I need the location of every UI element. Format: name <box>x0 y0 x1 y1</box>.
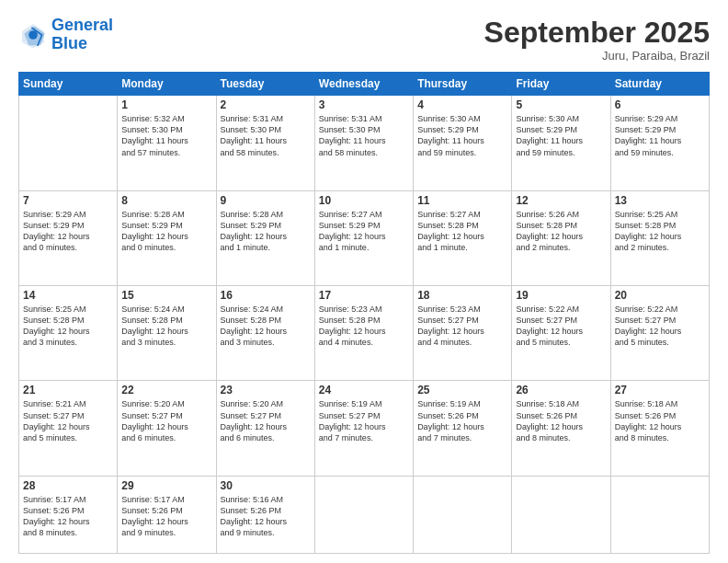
month-title: September 2025 <box>484 17 710 49</box>
cell-info: Sunrise: 5:23 AM Sunset: 5:27 PM Dayligh… <box>417 304 507 349</box>
day-number: 27 <box>615 384 705 396</box>
cell-info: Sunrise: 5:20 AM Sunset: 5:27 PM Dayligh… <box>221 398 311 443</box>
cell-info: Sunrise: 5:22 AM Sunset: 5:27 PM Dayligh… <box>516 304 606 349</box>
day-number: 24 <box>319 384 409 396</box>
cell-info: Sunrise: 5:22 AM Sunset: 5:27 PM Dayligh… <box>615 304 705 349</box>
calendar-cell: 19Sunrise: 5:22 AM Sunset: 5:27 PM Dayli… <box>512 286 610 381</box>
cell-info: Sunrise: 5:27 AM Sunset: 5:29 PM Dayligh… <box>319 209 409 254</box>
cell-info: Sunrise: 5:18 AM Sunset: 5:26 PM Dayligh… <box>615 398 705 443</box>
calendar-cell: 3Sunrise: 5:31 AM Sunset: 5:30 PM Daylig… <box>314 96 413 190</box>
day-number: 3 <box>319 98 409 111</box>
cell-info: Sunrise: 5:19 AM Sunset: 5:27 PM Dayligh… <box>319 398 409 443</box>
cell-info: Sunrise: 5:26 AM Sunset: 5:28 PM Dayligh… <box>516 209 606 254</box>
calendar-cell: 26Sunrise: 5:18 AM Sunset: 5:26 PM Dayli… <box>512 381 610 476</box>
day-number: 15 <box>121 289 211 302</box>
calendar-cell: 21Sunrise: 5:21 AM Sunset: 5:27 PM Dayli… <box>19 381 118 476</box>
day-number: 17 <box>319 289 409 302</box>
weekday-header: Tuesday <box>216 73 314 96</box>
day-number: 6 <box>615 98 705 111</box>
calendar-cell: 2Sunrise: 5:31 AM Sunset: 5:30 PM Daylig… <box>216 96 314 190</box>
day-number: 13 <box>615 194 705 207</box>
day-number: 9 <box>221 194 311 207</box>
day-number: 21 <box>23 384 113 396</box>
svg-point-2 <box>28 30 38 40</box>
calendar-header-row: SundayMondayTuesdayWednesdayThursdayFrid… <box>19 73 710 96</box>
weekday-header: Wednesday <box>314 73 413 96</box>
calendar-cell: 25Sunrise: 5:19 AM Sunset: 5:26 PM Dayli… <box>414 381 512 476</box>
day-number: 28 <box>23 479 113 492</box>
calendar-cell: 16Sunrise: 5:24 AM Sunset: 5:28 PM Dayli… <box>216 286 314 381</box>
day-number: 26 <box>516 384 606 396</box>
day-number: 19 <box>516 289 606 302</box>
calendar-week-row: 1Sunrise: 5:32 AM Sunset: 5:30 PM Daylig… <box>19 96 710 190</box>
calendar-cell: 6Sunrise: 5:29 AM Sunset: 5:29 PM Daylig… <box>610 96 709 190</box>
calendar-cell: 1Sunrise: 5:32 AM Sunset: 5:30 PM Daylig… <box>118 96 216 190</box>
cell-info: Sunrise: 5:20 AM Sunset: 5:27 PM Dayligh… <box>121 398 211 443</box>
day-number: 22 <box>121 384 211 396</box>
day-number: 16 <box>221 289 311 302</box>
day-number: 5 <box>516 98 606 111</box>
calendar-cell: 27Sunrise: 5:18 AM Sunset: 5:26 PM Dayli… <box>610 381 709 476</box>
calendar-cell <box>512 476 610 553</box>
day-number: 10 <box>319 194 409 207</box>
day-number: 12 <box>516 194 606 207</box>
cell-info: Sunrise: 5:17 AM Sunset: 5:26 PM Dayligh… <box>23 494 113 539</box>
cell-info: Sunrise: 5:30 AM Sunset: 5:29 PM Dayligh… <box>516 113 606 158</box>
calendar-cell: 28Sunrise: 5:17 AM Sunset: 5:26 PM Dayli… <box>19 476 118 553</box>
calendar-week-row: 7Sunrise: 5:29 AM Sunset: 5:29 PM Daylig… <box>19 190 710 285</box>
calendar-cell: 23Sunrise: 5:20 AM Sunset: 5:27 PM Dayli… <box>216 381 314 476</box>
calendar: SundayMondayTuesdayWednesdayThursdayFrid… <box>18 72 710 554</box>
day-number: 7 <box>23 194 113 207</box>
cell-info: Sunrise: 5:32 AM Sunset: 5:30 PM Dayligh… <box>121 113 211 158</box>
calendar-cell: 18Sunrise: 5:23 AM Sunset: 5:27 PM Dayli… <box>414 286 512 381</box>
cell-info: Sunrise: 5:27 AM Sunset: 5:28 PM Dayligh… <box>417 209 507 254</box>
calendar-cell: 30Sunrise: 5:16 AM Sunset: 5:26 PM Dayli… <box>216 476 314 553</box>
cell-info: Sunrise: 5:25 AM Sunset: 5:28 PM Dayligh… <box>23 304 113 349</box>
logo-icon <box>18 20 48 50</box>
cell-info: Sunrise: 5:29 AM Sunset: 5:29 PM Dayligh… <box>615 113 705 158</box>
calendar-cell: 5Sunrise: 5:30 AM Sunset: 5:29 PM Daylig… <box>512 96 610 190</box>
day-number: 4 <box>417 98 507 111</box>
day-number: 23 <box>221 384 311 396</box>
day-number: 11 <box>417 194 507 207</box>
logo: General Blue <box>18 17 113 53</box>
cell-info: Sunrise: 5:19 AM Sunset: 5:26 PM Dayligh… <box>417 398 507 443</box>
day-number: 8 <box>121 194 211 207</box>
calendar-cell <box>610 476 709 553</box>
day-number: 20 <box>615 289 705 302</box>
calendar-cell: 10Sunrise: 5:27 AM Sunset: 5:29 PM Dayli… <box>314 190 413 285</box>
cell-info: Sunrise: 5:30 AM Sunset: 5:29 PM Dayligh… <box>417 113 507 158</box>
cell-info: Sunrise: 5:23 AM Sunset: 5:28 PM Dayligh… <box>319 304 409 349</box>
calendar-cell: 14Sunrise: 5:25 AM Sunset: 5:28 PM Dayli… <box>19 286 118 381</box>
calendar-cell: 12Sunrise: 5:26 AM Sunset: 5:28 PM Dayli… <box>512 190 610 285</box>
cell-info: Sunrise: 5:29 AM Sunset: 5:29 PM Dayligh… <box>23 209 113 254</box>
weekday-header: Sunday <box>19 73 118 96</box>
calendar-cell: 13Sunrise: 5:25 AM Sunset: 5:28 PM Dayli… <box>610 190 709 285</box>
calendar-cell: 17Sunrise: 5:23 AM Sunset: 5:28 PM Dayli… <box>314 286 413 381</box>
day-number: 25 <box>417 384 507 396</box>
cell-info: Sunrise: 5:21 AM Sunset: 5:27 PM Dayligh… <box>23 398 113 443</box>
day-number: 30 <box>221 479 311 492</box>
calendar-week-row: 21Sunrise: 5:21 AM Sunset: 5:27 PM Dayli… <box>19 381 710 476</box>
calendar-cell <box>19 96 118 190</box>
page: General Blue September 2025 Juru, Paraib… <box>0 0 728 563</box>
calendar-cell: 24Sunrise: 5:19 AM Sunset: 5:27 PM Dayli… <box>314 381 413 476</box>
calendar-cell <box>414 476 512 553</box>
day-number: 2 <box>221 98 311 111</box>
title-block: September 2025 Juru, Paraiba, Brazil <box>484 17 710 63</box>
calendar-cell: 9Sunrise: 5:28 AM Sunset: 5:29 PM Daylig… <box>216 190 314 285</box>
cell-info: Sunrise: 5:24 AM Sunset: 5:28 PM Dayligh… <box>221 304 311 349</box>
cell-info: Sunrise: 5:16 AM Sunset: 5:26 PM Dayligh… <box>221 494 311 539</box>
day-number: 1 <box>121 98 211 111</box>
calendar-cell: 29Sunrise: 5:17 AM Sunset: 5:26 PM Dayli… <box>118 476 216 553</box>
logo-text: General Blue <box>51 17 113 53</box>
calendar-week-row: 14Sunrise: 5:25 AM Sunset: 5:28 PM Dayli… <box>19 286 710 381</box>
calendar-cell: 8Sunrise: 5:28 AM Sunset: 5:29 PM Daylig… <box>118 190 216 285</box>
calendar-cell: 20Sunrise: 5:22 AM Sunset: 5:27 PM Dayli… <box>610 286 709 381</box>
calendar-cell: 11Sunrise: 5:27 AM Sunset: 5:28 PM Dayli… <box>414 190 512 285</box>
day-number: 14 <box>23 289 113 302</box>
cell-info: Sunrise: 5:24 AM Sunset: 5:28 PM Dayligh… <box>121 304 211 349</box>
header: General Blue September 2025 Juru, Paraib… <box>18 17 710 63</box>
cell-info: Sunrise: 5:18 AM Sunset: 5:26 PM Dayligh… <box>516 398 606 443</box>
weekday-header: Monday <box>118 73 216 96</box>
